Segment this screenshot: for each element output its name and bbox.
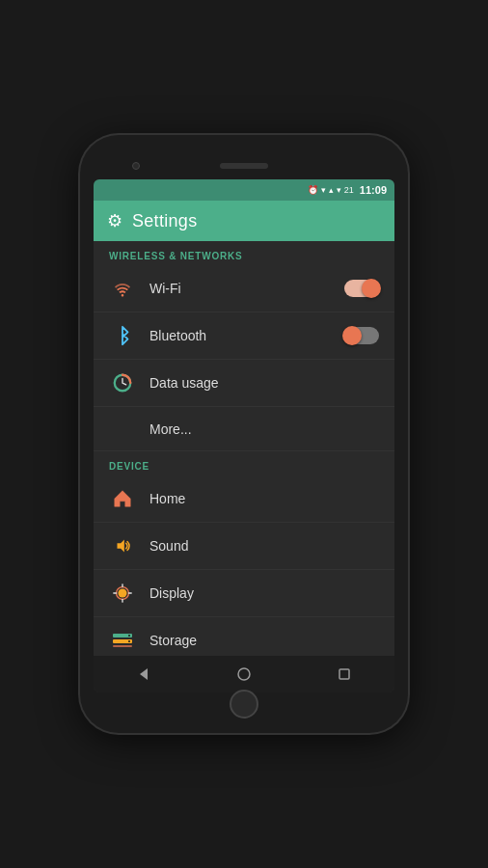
app-header: ⚙ Settings: [94, 201, 394, 241]
phone-camera: [132, 162, 140, 170]
home-nav-button[interactable]: [230, 660, 258, 689]
settings-item-home[interactable]: Home: [94, 475, 394, 523]
home-label: Home: [149, 491, 379, 506]
settings-item-more[interactable]: More...: [94, 407, 394, 451]
settings-item-wifi[interactable]: Wi-Fi: [94, 265, 394, 312]
wifi-icon: [109, 275, 136, 302]
section-device-header: DEVICE: [94, 451, 394, 475]
storage-label: Storage: [149, 633, 379, 648]
phone-frame: ⏰ ▾ ▴ ▾ 21 11:09 ⚙ Settings WIRELESS & N…: [80, 135, 408, 733]
signal-down-icon: ▾: [321, 185, 326, 195]
app-title: Settings: [132, 211, 197, 231]
battery-level-icon: 21: [344, 185, 354, 195]
settings-content: WIRELESS & NETWORKS Wi-Fi: [94, 241, 394, 656]
svg-marker-16: [140, 668, 148, 680]
phone-top-bar: [94, 152, 394, 179]
recents-button[interactable]: [330, 660, 359, 689]
svg-marker-1: [118, 540, 124, 553]
svg-point-11: [128, 635, 130, 637]
bluetooth-label: Bluetooth: [149, 328, 344, 343]
status-time: 11:09: [360, 184, 387, 196]
settings-item-display[interactable]: Display: [94, 570, 394, 617]
bottom-navigation: [94, 656, 394, 692]
svg-point-2: [118, 588, 126, 597]
phone-screen: ⏰ ▾ ▴ ▾ 21 11:09 ⚙ Settings WIRELESS & N…: [94, 179, 394, 692]
data-usage-icon: [109, 369, 136, 396]
bluetooth-icon: [109, 322, 136, 349]
settings-item-data-usage[interactable]: Data usage: [94, 360, 394, 407]
sound-label: Sound: [149, 538, 379, 554]
settings-item-bluetooth[interactable]: Bluetooth: [94, 312, 394, 360]
svg-rect-10: [113, 645, 132, 647]
settings-item-storage[interactable]: Storage: [94, 617, 394, 656]
phone-home-button[interactable]: [230, 690, 258, 719]
more-label: More...: [149, 421, 379, 437]
svg-point-12: [128, 640, 130, 642]
settings-item-sound[interactable]: Sound: [94, 523, 394, 570]
phone-bottom-bar: [94, 692, 394, 716]
alarm-icon: ⏰: [308, 185, 318, 195]
home-icon: [109, 485, 136, 512]
svg-point-17: [238, 668, 250, 680]
sound-icon: [109, 532, 136, 559]
wifi-toggle[interactable]: [344, 280, 379, 297]
phone-speaker: [220, 163, 268, 169]
status-icons: ⏰ ▾ ▴ ▾ 21 11:09: [308, 184, 387, 196]
wifi-label: Wi-Fi: [149, 281, 344, 296]
signal-up-icon: ▴: [329, 185, 334, 195]
wifi-status-icon: ▾: [337, 185, 341, 195]
display-icon: [109, 580, 136, 607]
data-usage-label: Data usage: [149, 375, 379, 391]
settings-gear-icon: ⚙: [107, 210, 122, 231]
bluetooth-toggle[interactable]: [344, 327, 379, 344]
display-label: Display: [149, 585, 379, 601]
bluetooth-toggle-thumb: [342, 326, 362, 345]
section-wireless-header: WIRELESS & NETWORKS: [94, 241, 394, 265]
back-button[interactable]: [129, 660, 158, 689]
status-bar: ⏰ ▾ ▴ ▾ 21 11:09: [94, 179, 394, 201]
svg-rect-18: [339, 669, 349, 679]
storage-icon: [109, 627, 136, 654]
wifi-toggle-thumb: [362, 279, 381, 298]
